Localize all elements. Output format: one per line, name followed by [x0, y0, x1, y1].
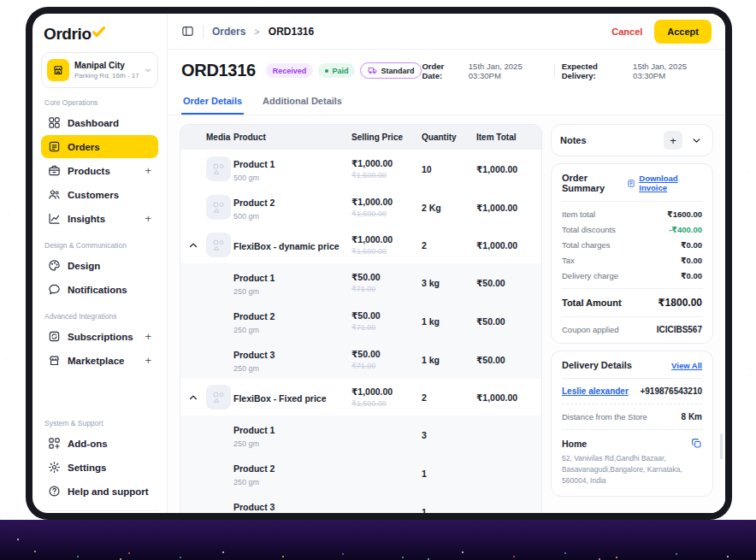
table-row-product-2: Product 2250 gm₹50.00₹71.001 kg₹50.00	[180, 302, 541, 340]
product-name: Product 1	[233, 159, 275, 169]
product-name: Product 2	[233, 463, 275, 474]
order-date-value: 15th Jan, 2025 03:30PM	[469, 62, 547, 80]
divider	[203, 25, 204, 38]
summary-value: ₹1600.00	[667, 209, 702, 219]
settings-icon	[48, 461, 61, 474]
collapse-chevron-icon[interactable]	[188, 240, 198, 251]
app: Ordrio Manipal City Parking Rd, 16th - 1…	[32, 14, 725, 513]
add-note-button[interactable]: +	[664, 131, 682, 150]
decorative-bottom-band	[0, 520, 756, 560]
summary-line-tax: Tax₹0.00	[562, 256, 702, 265]
dashboard-icon	[48, 116, 61, 129]
product-weight: 250 gm	[233, 287, 351, 296]
marketplace-icon	[48, 354, 61, 367]
orders-icon	[48, 140, 61, 153]
sidebar-nav: Core OperationsDashboardOrdersProducts+C…	[41, 88, 158, 504]
brand-logo: Ordrio	[41, 25, 158, 52]
quantity: 10	[422, 164, 476, 174]
tab-additional-details[interactable]: Additional Details	[261, 90, 344, 115]
customer-name-link[interactable]: Leslie alexander	[562, 386, 629, 396]
expand-plus-icon[interactable]: +	[145, 167, 151, 175]
status-badge-standard: Standard	[360, 62, 422, 79]
summary-line-delivery-charge: Delivery charge₹0.00	[562, 271, 702, 280]
product-media-placeholder	[206, 156, 231, 181]
summary-label: Total charges	[562, 240, 611, 250]
expand-plus-icon[interactable]: +	[145, 215, 151, 223]
summary-line-item-total: Item total₹1600.00	[562, 209, 702, 219]
order-side-panel: Notes + Order Summary Download Invoice	[551, 124, 713, 503]
nav-section-label: Advanced Integrations	[44, 312, 155, 321]
product-name: Product 1	[233, 273, 275, 283]
download-invoice-link[interactable]: Download Invoice	[627, 174, 702, 192]
sidebar-item-subscriptions[interactable]: Subscriptions+	[41, 325, 158, 348]
truck-icon	[368, 66, 377, 75]
sidebar-item-design[interactable]: Design	[41, 254, 158, 277]
sidebar: Ordrio Manipal City Parking Rd, 16th - 1…	[32, 14, 168, 513]
breadcrumb-orders[interactable]: Orders	[212, 26, 245, 38]
selling-price: ₹1,000.00	[351, 158, 422, 168]
original-price: ₹1,500.00	[351, 247, 422, 256]
divider	[562, 316, 702, 317]
product-name: Product 2	[233, 311, 275, 321]
sidebar-item-help-and-support[interactable]: Help and support	[41, 480, 158, 503]
col-product: Product	[233, 133, 351, 142]
invoice-icon	[627, 179, 635, 188]
order-header: ORD1316 Received Paid Standard Order Dat…	[168, 50, 725, 80]
help-icon	[48, 485, 61, 498]
selling-price: ₹1,000.00	[351, 234, 422, 245]
chevron-down-icon[interactable]	[689, 135, 704, 146]
sidebar-item-orders[interactable]: Orders	[41, 135, 158, 158]
app-window-frame: Ordrio Manipal City Parking Rd, 16th - 1…	[26, 7, 732, 520]
sidebar-item-insights[interactable]: Insights+	[41, 207, 158, 230]
product-media-placeholder	[206, 233, 231, 257]
quantity: 1 kg	[422, 316, 476, 327]
store-selector[interactable]: Manipal City Parking Rd, 16th - 17th Blo…	[41, 52, 158, 88]
sidebar-item-dashboard[interactable]: Dashboard	[41, 111, 158, 134]
topbar: Orders > ORD1316 Cancel Accept	[168, 14, 725, 50]
original-price: ₹71.00	[351, 285, 422, 293]
sidebar-toggle-icon[interactable]	[181, 25, 194, 38]
expand-plus-icon[interactable]: +	[145, 333, 151, 341]
sidebar-item-label: Settings	[68, 463, 106, 473]
product-weight: 250 gm	[233, 326, 351, 334]
nav-section-design-communication: Design & CommunicationDesignNotification…	[41, 231, 158, 302]
order-date-label: Order Date:	[422, 62, 461, 80]
sidebar-item-add-ons[interactable]: Add-ons	[41, 432, 158, 455]
copy-address-icon[interactable]	[691, 438, 702, 449]
original-price: ₹71.00	[351, 362, 422, 370]
table-header: Media Product Selling Price Quantity Ite…	[180, 125, 541, 150]
coupon-code: ICICIBS567	[657, 325, 702, 334]
tab-order-details[interactable]: Order Details	[181, 90, 244, 115]
product-name: Product 1	[233, 425, 275, 435]
table-row-flexibox-dynamic-price: FlexiBox - dynamic price₹1,000.00₹1,500.…	[180, 227, 541, 263]
sidebar-item-marketplace[interactable]: Marketplace+	[41, 349, 158, 372]
divider	[562, 404, 702, 404]
table-row-flexibox-fixed-price: FlexiBox - Fixed price₹1,000.00₹1,500.00…	[180, 379, 541, 416]
insights-icon	[48, 212, 61, 225]
expand-plus-icon[interactable]: +	[145, 357, 151, 365]
table-row-product-3: Product 3250 gm1	[180, 492, 541, 513]
sidebar-item-notifications[interactable]: Notifications	[41, 278, 158, 301]
item-total: ₹1,000.00	[476, 203, 531, 213]
order-items-table: Media Product Selling Price Quantity Ite…	[180, 124, 542, 513]
collapse-chevron-icon[interactable]	[188, 392, 198, 403]
sidebar-item-label: Dashboard	[68, 118, 119, 128]
cancel-button[interactable]: Cancel	[611, 27, 642, 37]
view-all-link[interactable]: View All	[671, 361, 702, 370]
total-amount-label: Total Amount	[562, 298, 622, 308]
sidebar-item-label: Customers	[68, 190, 119, 200]
divider	[562, 288, 702, 289]
selling-price: ₹50.00	[351, 349, 422, 359]
main-area: Orders > ORD1316 Cancel Accept ORD1316 R…	[168, 14, 725, 513]
user-profile[interactable]: Username m@example.com →	[41, 510, 158, 513]
item-total: ₹1,000.00	[476, 240, 531, 251]
sidebar-item-settings[interactable]: Settings	[41, 456, 158, 479]
accept-button[interactable]: Accept	[654, 20, 712, 44]
sidebar-item-customers[interactable]: Customers	[41, 183, 158, 206]
original-price: ₹1,500.00	[351, 171, 422, 180]
sidebar-item-label: Help and support	[68, 486, 149, 497]
table-row-product-1: Product 1250 gm3	[180, 416, 541, 454]
scrollbar-thumb[interactable]	[720, 433, 723, 459]
sidebar-item-products[interactable]: Products+	[41, 159, 158, 182]
summary-value: -₹400.00	[669, 225, 702, 234]
